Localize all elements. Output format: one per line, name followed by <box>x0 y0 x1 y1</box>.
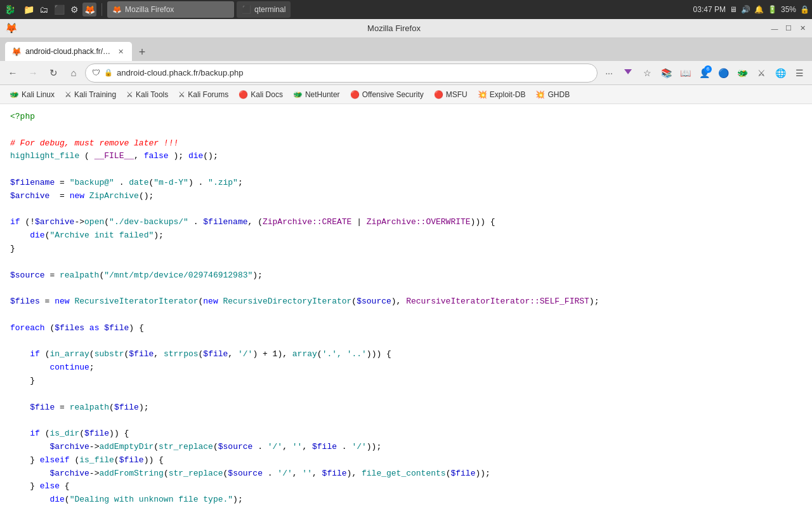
title-bar: 🦊 Mozilla Firefox — ☐ ✕ <box>0 19 812 38</box>
kali-training-icon: ⚔ <box>65 90 72 99</box>
nav-right-buttons: ··· ☆ 📚 📖 👤 6 🔵 🐲 ⚔ 🌐 ☰ <box>600 64 808 82</box>
window-controls: — ☐ ✕ <box>770 24 807 33</box>
bookmark-label: Kali Training <box>74 90 116 99</box>
battery-icon: 🔋 <box>768 5 777 14</box>
bookmark-kali-forums[interactable]: ⚔ Kali Forums <box>174 88 233 101</box>
taskbar-app-qterminal[interactable]: ⬛ qterminal <box>237 1 291 18</box>
ghdb-icon: 💥 <box>535 90 545 99</box>
bookmark-label: Kali Tools <box>136 90 168 99</box>
window-title: Mozilla Firefox <box>18 23 770 33</box>
bookmark-label: MSFU <box>446 90 468 99</box>
shield-icon: 🛡 <box>92 68 100 77</box>
bookmark-ghdb[interactable]: 💥 GHDB <box>531 88 574 101</box>
bookmark-msfu[interactable]: 🔴 MSFU <box>429 88 472 101</box>
volume-icon: 🔊 <box>741 5 750 14</box>
bookmark-label: Kali Forums <box>188 90 228 99</box>
battery-level: 35% <box>781 5 796 14</box>
qterminal-icon: ⬛ <box>242 5 251 14</box>
taskbar-files-icon[interactable]: 📁 <box>22 3 36 17</box>
bookmark-kali-linux[interactable]: 🐲 Kali Linux <box>5 88 59 101</box>
pocket-button[interactable] <box>619 64 637 82</box>
bookmark-label: Kali Linux <box>22 90 55 99</box>
sync-button[interactable]: 👤 6 <box>695 64 713 82</box>
maximize-button[interactable]: ☐ <box>784 24 793 33</box>
browser-window: 🦊 Mozilla Firefox — ☐ ✕ 🦊 android-cloud.… <box>0 19 812 508</box>
taskbar-terminal-icon[interactable]: ⬛ <box>52 3 66 17</box>
bookmark-label: Exploit-DB <box>490 90 526 99</box>
bookmark-kali-training[interactable]: ⚔ Kali Training <box>60 88 121 101</box>
taskbar-sep-1 <box>102 3 102 16</box>
nav-bar: ← → ↻ ⌂ 🛡 🔒 ··· ☆ 📚 📖 👤 6 🔵 🐲 ⚔ 🌐 ☰ <box>0 61 812 85</box>
kali-linux-icon: 🐲 <box>10 90 19 99</box>
bookmark-nethunter[interactable]: 🐲 NetHunter <box>289 88 344 101</box>
notification-icon: 🔔 <box>754 5 764 14</box>
taskbar-firefox-icon[interactable]: 🦊 <box>82 3 96 17</box>
bookmark-kali-tools[interactable]: ⚔ Kali Tools <box>122 88 173 101</box>
monitor-icon: 🖥 <box>730 5 737 14</box>
bookmark-exploit-db[interactable]: 💥 Exploit-DB <box>473 88 530 101</box>
tab-close-button[interactable]: ✕ <box>115 46 126 57</box>
msfu-icon: 🔴 <box>434 90 443 99</box>
reload-button[interactable]: ↻ <box>44 64 62 82</box>
taskbar-apps: 📁 🗂 ⬛ ⚙ 🦊 <box>22 3 96 17</box>
taskbar-right: 03:47 PM 🖥 🔊 🔔 🔋 35% 🔒 <box>693 5 809 14</box>
back-button[interactable]: ← <box>4 64 22 82</box>
menu-button[interactable]: ☰ <box>790 64 808 82</box>
minimize-button[interactable]: — <box>770 24 779 33</box>
forward-button[interactable]: → <box>24 64 42 82</box>
kali-tools-icon: ⚔ <box>126 90 133 99</box>
tab-title: android-cloud.phack.fr/back... <box>25 47 112 56</box>
content-area[interactable]: <?php # For debug, must remove later !!!… <box>0 104 812 508</box>
code-block: <?php # For debug, must remove later !!!… <box>10 110 802 508</box>
home-button[interactable]: ⌂ <box>65 64 82 82</box>
firefox-app-icon: 🦊 <box>112 5 122 14</box>
taskbar: 🐉 📁 🗂 ⬛ ⚙ 🦊 🦊 Mozilla Firefox ⬛ qtermina… <box>0 0 812 19</box>
bookmarks-bar: 🐲 Kali Linux ⚔ Kali Training ⚔ Kali Tool… <box>0 85 812 104</box>
firefox-app-label: Mozilla Firefox <box>125 5 174 14</box>
container-button[interactable]: 🔵 <box>714 64 732 82</box>
offensive-security-icon: 🔴 <box>350 90 360 99</box>
reader-view-button[interactable]: 📖 <box>676 64 694 82</box>
kali-docs-icon: 🔴 <box>239 90 248 99</box>
bookmark-label: Kali Docs <box>251 90 283 99</box>
tab-backup-php[interactable]: 🦊 android-cloud.phack.fr/back... ✕ <box>5 42 132 61</box>
bookmarks-list-button[interactable]: 📚 <box>657 64 675 82</box>
lock-icon: 🔒 <box>104 69 113 77</box>
nethunter-icon: 🐲 <box>293 90 303 99</box>
close-button[interactable]: ✕ <box>798 24 807 33</box>
bookmark-label: GHDB <box>547 90 570 99</box>
tab-bar: 🦊 android-cloud.phack.fr/back... ✕ + <box>0 38 812 61</box>
kali-forums-icon: ⚔ <box>178 90 185 99</box>
address-input[interactable] <box>117 68 591 77</box>
sync-badge: 6 <box>704 65 712 73</box>
kali-dragon-icon[interactable]: 🐉 <box>3 3 16 17</box>
lock-icon: 🔒 <box>800 5 809 14</box>
taskbar-folder-icon[interactable]: 🗂 <box>37 3 51 17</box>
new-tab-button[interactable]: + <box>133 43 151 61</box>
addon-2-button[interactable]: ⚔ <box>752 64 770 82</box>
taskbar-app-firefox[interactable]: 🦊 Mozilla Firefox <box>107 1 234 18</box>
qterminal-label: qterminal <box>254 5 285 14</box>
addon-3-button[interactable]: 🌐 <box>771 64 789 82</box>
bookmark-button[interactable]: ☆ <box>638 64 656 82</box>
browser-logo: 🦊 <box>5 22 18 34</box>
bookmark-kali-docs[interactable]: 🔴 Kali Docs <box>234 88 287 101</box>
tab-favicon: 🦊 <box>11 47 22 57</box>
exploit-db-icon: 💥 <box>478 90 487 99</box>
bookmark-offensive-security[interactable]: 🔴 Offensive Security <box>346 88 428 101</box>
bookmark-label: Offensive Security <box>362 90 424 99</box>
taskbar-settings-icon[interactable]: ⚙ <box>67 3 81 17</box>
address-bar-wrapper: 🛡 🔒 <box>85 64 598 83</box>
bookmark-label: NetHunter <box>305 90 340 99</box>
addon-1-button[interactable]: 🐲 <box>733 64 751 82</box>
more-button[interactable]: ··· <box>600 64 618 82</box>
clock: 03:47 PM <box>693 5 726 14</box>
